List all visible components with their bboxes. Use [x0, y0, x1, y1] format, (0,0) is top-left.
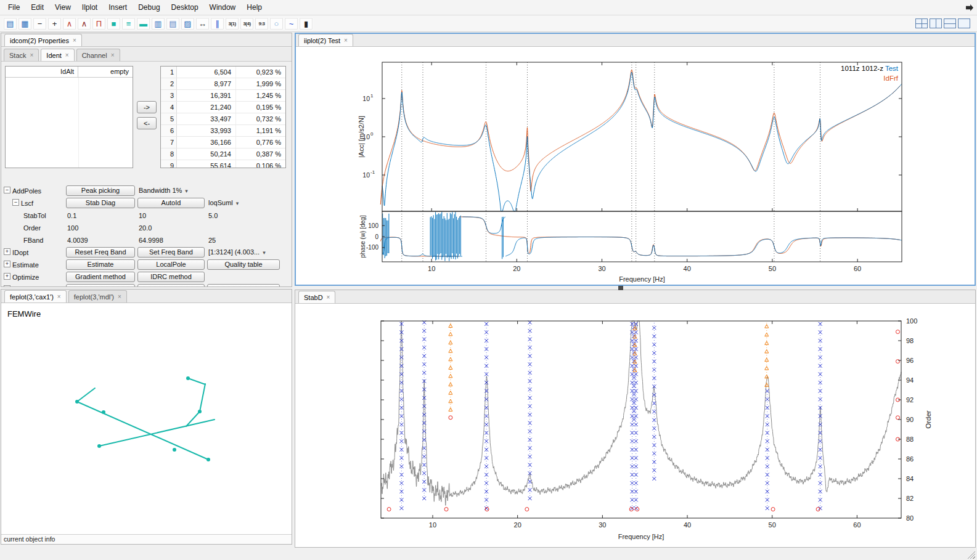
autoid-button[interactable]: AutoId [137, 198, 205, 208]
param-value-stabtol-1[interactable]: 10 [137, 212, 205, 219]
peak-picking-button[interactable]: Peak picking [66, 185, 135, 196]
localpole-button[interactable]: LocalPole [137, 259, 205, 270]
femwire-viewport[interactable] [1, 303, 292, 534]
pole-row[interactable]: 955,6140,106 % [161, 160, 285, 168]
peak-pick-icon[interactable]: ∧ [62, 17, 76, 30]
tab-stabd[interactable]: StabD × [298, 291, 335, 303]
menu-window[interactable]: Window [204, 1, 242, 14]
close-icon[interactable]: × [327, 294, 330, 301]
window-resize-grip[interactable] [967, 550, 975, 559]
hatch-display-icon[interactable]: ▨ [181, 17, 195, 30]
y-bars-icon[interactable]: ∥ [210, 17, 224, 30]
stabilization-chart[interactable]: 10203040506080828486889092949698100Order… [295, 304, 975, 547]
pole-row[interactable]: 533,4970,732 % [161, 113, 285, 125]
layout-rows-icon[interactable] [944, 18, 956, 28]
view-3-4-icon[interactable]: 3(4) [240, 17, 254, 30]
snapshot-icon[interactable]: ▮ [299, 17, 313, 30]
view-3-1-icon[interactable]: 3(1) [225, 17, 239, 30]
param-value-fband-2[interactable]: 25 [207, 237, 280, 244]
rotate-view-icon[interactable]: ○ [269, 17, 284, 30]
tab-iiplot-test[interactable]: iiplot(2) Test × [298, 34, 353, 46]
svd-button[interactable]: SVD [137, 284, 205, 286]
menu-ilplot[interactable]: Ilplot [76, 1, 103, 14]
subtab-stack[interactable]: Stack× [4, 49, 39, 61]
menu-file[interactable]: File [2, 1, 25, 14]
trace-list-icon[interactable]: ▤ [166, 17, 180, 30]
move-left-button[interactable]: <- [137, 117, 157, 129]
channel-strips-icon[interactable]: ▥ [151, 17, 165, 30]
menu-debug[interactable]: Debug [133, 1, 165, 14]
menu-desktop[interactable]: Desktop [166, 1, 204, 14]
splitter-handle[interactable] [618, 286, 623, 290]
menu-help[interactable]: Help [241, 1, 268, 14]
ods-button[interactable]: ODS [207, 284, 280, 286]
close-icon[interactable]: × [57, 293, 61, 300]
close-icon[interactable]: × [30, 52, 34, 59]
feplot-patch-icon[interactable]: ■ [107, 17, 121, 30]
zoom-in-icon[interactable]: + [47, 17, 62, 30]
pole-row[interactable]: 16,5040,923 % [161, 67, 285, 78]
frf-chart[interactable]: 10203040506010110010-11000-100|Acc| [m/s… [296, 47, 975, 285]
idalt-listbox[interactable]: IdAlt empty [5, 66, 133, 168]
menu-overflow-icon[interactable] [966, 4, 973, 11]
estimate-button[interactable]: Estimate [66, 259, 135, 270]
param-value-fband-0[interactable]: 4.0039 [66, 237, 135, 244]
feplot-split-icon[interactable]: ▬ [136, 17, 150, 30]
show-button[interactable]: Show [66, 284, 135, 286]
param-value-stabtol-2[interactable]: 5.0 [207, 212, 280, 219]
layout-single-icon[interactable] [958, 18, 970, 28]
tab-idcom-properties[interactable]: idcom(2) Properties × [4, 34, 82, 46]
pole-table[interactable]: 16,5040,923 %28,9771,999 %316,3911,245 %… [160, 66, 286, 168]
stab-diag-button[interactable]: Stab Diag [66, 198, 135, 208]
iiplot-figure-icon[interactable]: ▤ [3, 17, 17, 30]
pole-row[interactable]: 633,9931,191 % [161, 125, 285, 137]
tree-row-stabtol: StabTol0.1105.0 [1, 209, 292, 222]
close-icon[interactable]: × [73, 37, 76, 44]
reset-freq-band-button[interactable]: Reset Freq Band [66, 247, 135, 258]
pole-pick-icon[interactable]: ∧ [77, 17, 91, 30]
curve-tool-icon[interactable]: ~ [284, 17, 298, 30]
set-freq-band-button[interactable]: Set Freq Band [137, 247, 205, 258]
x-range-icon[interactable]: ↔ [195, 17, 210, 30]
collapse-icon[interactable]: − [4, 187, 10, 193]
layout-columns-icon[interactable] [930, 18, 942, 28]
pole-row[interactable]: 316,3911,245 % [161, 90, 285, 102]
feplot-lines-icon[interactable]: ≡ [121, 17, 136, 30]
1-3124-4-003-dropdown[interactable]: [1:3124] (4.003...▾ [207, 247, 285, 258]
tab-feplot-mdl[interactable]: feplot(3,'mdl') × [68, 290, 127, 302]
close-icon[interactable]: × [118, 293, 121, 300]
close-icon[interactable]: × [65, 52, 69, 59]
close-icon[interactable]: × [111, 52, 115, 59]
subtab-channel[interactable]: Channel× [76, 49, 120, 61]
idrc-method-button[interactable]: IDRC method [137, 272, 205, 282]
layout-grid-icon[interactable] [915, 18, 928, 28]
param-value-order-1[interactable]: 20.0 [137, 224, 205, 232]
tab-feplot-cax1[interactable]: feplot(3,'cax1') × [4, 290, 67, 302]
pole-row[interactable]: 28,9771,999 % [161, 78, 285, 90]
collapse-icon[interactable]: − [12, 199, 19, 206]
loqsuml-dropdown[interactable]: loqSuml▾ [207, 198, 285, 208]
expand-icon[interactable]: + [4, 273, 10, 280]
subtab-ident[interactable]: Ident× [41, 49, 74, 61]
menu-view[interactable]: View [49, 1, 76, 14]
gradient-method-button[interactable]: Gradient method [66, 272, 135, 282]
param-value-fband-1[interactable]: 64.9998 [137, 237, 205, 244]
pole-row[interactable]: 736,1660,776 % [161, 137, 285, 148]
quality-table-button[interactable]: Quality table [207, 259, 280, 270]
bandwidth-1-dropdown[interactable]: Bandwidth 1%▾ [137, 185, 205, 196]
expand-icon[interactable]: + [4, 285, 10, 286]
view-9-3-icon[interactable]: 9:3 [255, 17, 269, 30]
menu-insert[interactable]: Insert [103, 1, 133, 14]
expand-icon[interactable]: + [4, 261, 10, 267]
move-right-button[interactable]: -> [137, 101, 157, 113]
zoom-out-icon[interactable]: − [33, 17, 47, 30]
close-icon[interactable]: × [344, 37, 348, 44]
menu-edit[interactable]: Edit [25, 1, 49, 14]
pole-row[interactable]: 421,2400,195 % [161, 102, 285, 113]
param-value-stabtol-0[interactable]: 0.1 [66, 212, 135, 219]
expand-icon[interactable]: + [4, 248, 10, 255]
pole-row[interactable]: 850,2140,387 % [161, 148, 285, 160]
param-value-order-0[interactable]: 100 [66, 224, 135, 232]
subplot-grid-icon[interactable]: ▦ [18, 17, 32, 30]
band-select-icon[interactable]: Π [92, 17, 106, 30]
